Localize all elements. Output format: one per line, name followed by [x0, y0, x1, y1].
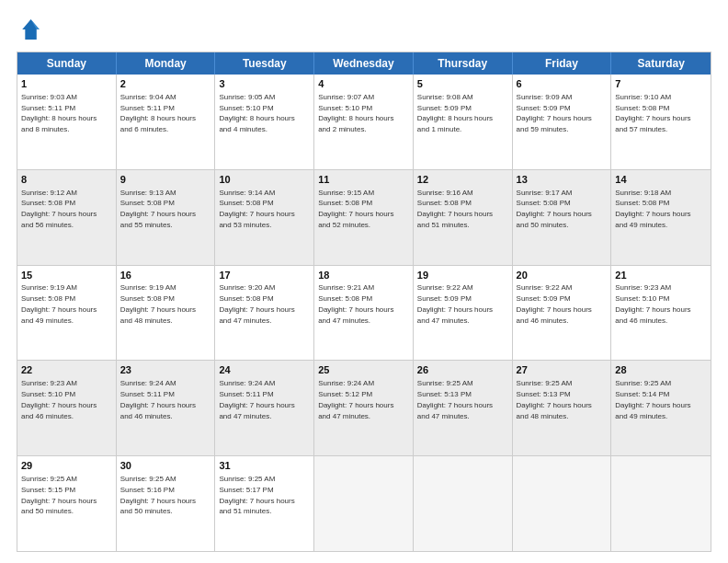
cell-sunrise: Sunrise: 9:25 AMSunset: 5:13 PMDaylight:…: [517, 379, 592, 419]
day-number: 31: [219, 459, 310, 473]
cell-sunrise: Sunrise: 9:24 AMSunset: 5:12 PMDaylight:…: [318, 379, 393, 419]
cell-sunrise: Sunrise: 9:19 AMSunset: 5:08 PMDaylight:…: [21, 283, 97, 324]
calendar-cell: 14Sunrise: 9:18 AMSunset: 5:08 PMDayligh…: [611, 170, 711, 265]
logo: [17, 17, 46, 42]
calendar-page: SundayMondayTuesdayWednesdayThursdayFrid…: [0, 0, 728, 563]
day-number: 12: [417, 173, 508, 187]
day-number: 13: [517, 173, 608, 187]
cell-sunrise: Sunrise: 9:23 AMSunset: 5:10 PMDaylight:…: [21, 379, 97, 419]
calendar-cell: 29Sunrise: 9:25 AMSunset: 5:15 PMDayligh…: [17, 456, 117, 551]
header-day-wednesday: Wednesday: [314, 52, 414, 75]
cell-sunrise: Sunrise: 9:08 AMSunset: 5:09 PMDaylight:…: [417, 93, 493, 133]
cell-sunrise: Sunrise: 9:24 AMSunset: 5:11 PMDaylight:…: [120, 379, 196, 419]
calendar-cell: [611, 456, 711, 551]
calendar-header: SundayMondayTuesdayWednesdayThursdayFrid…: [17, 52, 711, 75]
calendar-cell: 13Sunrise: 9:17 AMSunset: 5:08 PMDayligh…: [513, 170, 612, 265]
day-number: 28: [615, 363, 707, 377]
calendar-week-4: 22Sunrise: 9:23 AMSunset: 5:10 PMDayligh…: [17, 360, 711, 455]
calendar-cell: 16Sunrise: 9:19 AMSunset: 5:08 PMDayligh…: [117, 266, 216, 361]
day-number: 15: [21, 269, 112, 282]
day-number: 29: [21, 459, 112, 473]
calendar-cell: 21Sunrise: 9:23 AMSunset: 5:10 PMDayligh…: [611, 266, 711, 361]
cell-sunrise: Sunrise: 9:25 AMSunset: 5:13 PMDaylight:…: [417, 379, 493, 419]
day-number: 16: [120, 269, 211, 282]
day-number: 22: [21, 363, 112, 377]
day-number: 23: [120, 363, 211, 377]
calendar-week-1: 1Sunrise: 9:03 AMSunset: 5:11 PMDaylight…: [17, 75, 711, 169]
day-number: 20: [517, 269, 608, 282]
cell-sunrise: Sunrise: 9:16 AMSunset: 5:08 PMDaylight:…: [417, 189, 493, 229]
day-number: 7: [615, 77, 707, 91]
calendar-cell: 8Sunrise: 9:12 AMSunset: 5:08 PMDaylight…: [17, 170, 117, 265]
cell-sunrise: Sunrise: 9:21 AMSunset: 5:08 PMDaylight:…: [318, 283, 393, 324]
cell-sunrise: Sunrise: 9:20 AMSunset: 5:08 PMDaylight:…: [219, 283, 294, 324]
calendar-grid: SundayMondayTuesdayWednesdayThursdayFrid…: [17, 52, 711, 552]
day-number: 3: [219, 77, 310, 91]
calendar-cell: 3Sunrise: 9:05 AMSunset: 5:10 PMDaylight…: [215, 75, 314, 169]
calendar-cell: 9Sunrise: 9:13 AMSunset: 5:08 PMDaylight…: [117, 170, 216, 265]
header-day-thursday: Thursday: [414, 52, 513, 75]
calendar-cell: [414, 456, 513, 551]
cell-sunrise: Sunrise: 9:10 AMSunset: 5:08 PMDaylight:…: [615, 93, 690, 133]
calendar-week-2: 8Sunrise: 9:12 AMSunset: 5:08 PMDaylight…: [17, 169, 711, 265]
cell-sunrise: Sunrise: 9:14 AMSunset: 5:08 PMDaylight:…: [219, 189, 294, 229]
calendar-cell: 12Sunrise: 9:16 AMSunset: 5:08 PMDayligh…: [414, 170, 513, 265]
day-number: 19: [417, 269, 508, 282]
day-number: 17: [219, 269, 310, 282]
calendar-cell: 31Sunrise: 9:25 AMSunset: 5:17 PMDayligh…: [215, 456, 314, 551]
cell-sunrise: Sunrise: 9:25 AMSunset: 5:16 PMDaylight:…: [120, 475, 196, 515]
day-number: 9: [120, 173, 211, 187]
calendar-cell: 25Sunrise: 9:24 AMSunset: 5:12 PMDayligh…: [314, 361, 414, 455]
cell-sunrise: Sunrise: 9:24 AMSunset: 5:11 PMDaylight:…: [219, 379, 294, 419]
calendar-cell: 2Sunrise: 9:04 AMSunset: 5:11 PMDaylight…: [117, 75, 216, 169]
logo-icon: [17, 17, 42, 42]
day-number: 8: [21, 173, 112, 187]
cell-sunrise: Sunrise: 9:03 AMSunset: 5:11 PMDaylight:…: [21, 93, 97, 133]
header-day-monday: Monday: [117, 52, 216, 75]
day-number: 5: [417, 77, 508, 91]
header-day-saturday: Saturday: [611, 52, 711, 75]
day-number: 1: [21, 77, 112, 91]
calendar-cell: 1Sunrise: 9:03 AMSunset: 5:11 PMDaylight…: [17, 75, 117, 169]
cell-sunrise: Sunrise: 9:23 AMSunset: 5:10 PMDaylight:…: [615, 283, 690, 324]
cell-sunrise: Sunrise: 9:15 AMSunset: 5:08 PMDaylight:…: [318, 189, 393, 229]
calendar-cell: 26Sunrise: 9:25 AMSunset: 5:13 PMDayligh…: [414, 361, 513, 455]
cell-sunrise: Sunrise: 9:05 AMSunset: 5:10 PMDaylight:…: [219, 93, 294, 133]
cell-sunrise: Sunrise: 9:17 AMSunset: 5:08 PMDaylight:…: [517, 189, 592, 229]
calendar-cell: [513, 456, 612, 551]
cell-sunrise: Sunrise: 9:25 AMSunset: 5:17 PMDaylight:…: [219, 475, 294, 515]
calendar-cell: 22Sunrise: 9:23 AMSunset: 5:10 PMDayligh…: [17, 361, 117, 455]
day-number: 14: [615, 173, 707, 187]
cell-sunrise: Sunrise: 9:12 AMSunset: 5:08 PMDaylight:…: [21, 189, 97, 229]
calendar-week-5: 29Sunrise: 9:25 AMSunset: 5:15 PMDayligh…: [17, 455, 711, 551]
calendar-cell: 6Sunrise: 9:09 AMSunset: 5:09 PMDaylight…: [513, 75, 612, 169]
calendar-body: 1Sunrise: 9:03 AMSunset: 5:11 PMDaylight…: [17, 75, 711, 551]
calendar-cell: 10Sunrise: 9:14 AMSunset: 5:08 PMDayligh…: [215, 170, 314, 265]
day-number: 27: [517, 363, 608, 377]
calendar-cell: 30Sunrise: 9:25 AMSunset: 5:16 PMDayligh…: [117, 456, 216, 551]
header-day-friday: Friday: [513, 52, 612, 75]
cell-sunrise: Sunrise: 9:19 AMSunset: 5:08 PMDaylight:…: [120, 283, 196, 324]
calendar-cell: 23Sunrise: 9:24 AMSunset: 5:11 PMDayligh…: [117, 361, 216, 455]
header-day-sunday: Sunday: [17, 52, 117, 75]
day-number: 11: [318, 173, 409, 187]
calendar-cell: [314, 456, 414, 551]
calendar-cell: 24Sunrise: 9:24 AMSunset: 5:11 PMDayligh…: [215, 361, 314, 455]
day-number: 18: [318, 269, 409, 282]
calendar-cell: 15Sunrise: 9:19 AMSunset: 5:08 PMDayligh…: [17, 266, 117, 361]
page-header: [17, 17, 711, 42]
day-number: 21: [615, 269, 707, 282]
day-number: 6: [517, 77, 608, 91]
calendar-cell: 28Sunrise: 9:25 AMSunset: 5:14 PMDayligh…: [611, 361, 711, 455]
header-day-tuesday: Tuesday: [215, 52, 314, 75]
calendar-cell: 4Sunrise: 9:07 AMSunset: 5:10 PMDaylight…: [314, 75, 414, 169]
cell-sunrise: Sunrise: 9:07 AMSunset: 5:10 PMDaylight:…: [318, 93, 393, 133]
day-number: 24: [219, 363, 310, 377]
cell-sunrise: Sunrise: 9:22 AMSunset: 5:09 PMDaylight:…: [517, 283, 592, 324]
calendar-cell: 20Sunrise: 9:22 AMSunset: 5:09 PMDayligh…: [513, 266, 612, 361]
calendar-cell: 5Sunrise: 9:08 AMSunset: 5:09 PMDaylight…: [414, 75, 513, 169]
day-number: 25: [318, 363, 409, 377]
calendar-cell: 27Sunrise: 9:25 AMSunset: 5:13 PMDayligh…: [513, 361, 612, 455]
day-number: 2: [120, 77, 211, 91]
cell-sunrise: Sunrise: 9:18 AMSunset: 5:08 PMDaylight:…: [615, 189, 690, 229]
